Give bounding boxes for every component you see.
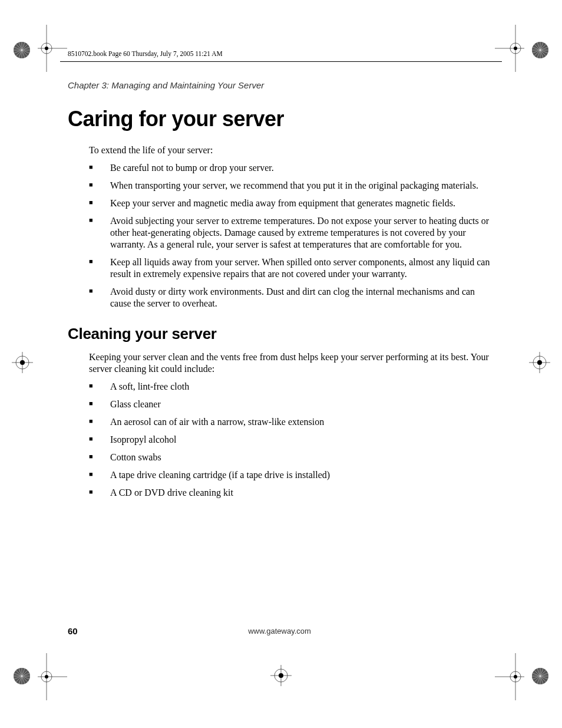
list-item: Avoid dusty or dirty work environments. … bbox=[89, 286, 491, 309]
svg-point-15 bbox=[510, 43, 521, 54]
svg-line-40 bbox=[14, 673, 29, 679]
svg-line-62 bbox=[537, 668, 543, 684]
registration-radial-icon bbox=[530, 666, 550, 686]
svg-point-11 bbox=[41, 43, 52, 54]
registration-radial-icon bbox=[12, 666, 32, 686]
crop-mark-icon bbox=[38, 653, 67, 700]
list-item: An aerosol can of air with a narrow, str… bbox=[89, 416, 491, 428]
svg-point-53 bbox=[510, 671, 521, 682]
care-list: Be careful not to bump or drop your serv… bbox=[89, 162, 491, 309]
svg-point-34 bbox=[14, 668, 30, 684]
crop-crosshair-icon bbox=[529, 352, 550, 373]
svg-point-54 bbox=[514, 675, 517, 678]
svg-line-24 bbox=[537, 42, 543, 58]
svg-line-20 bbox=[534, 44, 546, 56]
svg-line-3 bbox=[16, 44, 28, 56]
svg-point-45 bbox=[41, 671, 52, 682]
svg-point-29 bbox=[20, 360, 25, 365]
svg-line-21 bbox=[534, 44, 546, 56]
svg-line-60 bbox=[533, 673, 548, 679]
svg-point-17 bbox=[532, 42, 548, 58]
svg-point-16 bbox=[514, 47, 517, 50]
svg-line-5 bbox=[14, 47, 29, 53]
list-item: Be careful not to bump or drop your serv… bbox=[89, 162, 491, 174]
svg-point-32 bbox=[533, 356, 546, 369]
svg-line-58 bbox=[534, 670, 546, 682]
list-item: Cotton swabs bbox=[89, 452, 491, 463]
crop-mark-icon bbox=[495, 25, 524, 72]
svg-point-0 bbox=[14, 42, 30, 58]
registration-radial-icon bbox=[530, 40, 550, 60]
svg-point-55 bbox=[532, 668, 548, 684]
svg-line-63 bbox=[537, 668, 543, 684]
meta-rule bbox=[60, 61, 502, 62]
framemaker-meta: 8510702.book Page 60 Thursday, July 7, 2… bbox=[68, 50, 223, 57]
list-item: Avoid subjecting your server to extreme … bbox=[89, 215, 491, 251]
heading-2: Cleaning your server bbox=[68, 325, 491, 343]
svg-point-50 bbox=[279, 673, 283, 678]
list-item: A soft, lint-free cloth bbox=[89, 381, 491, 393]
svg-line-39 bbox=[14, 673, 29, 679]
heading-1: Caring for your server bbox=[68, 107, 491, 131]
chapter-heading: Chapter 3: Managing and Maintaining Your… bbox=[68, 80, 491, 90]
page-content: Chapter 3: Managing and Maintaining Your… bbox=[68, 80, 491, 505]
svg-line-6 bbox=[14, 47, 29, 53]
intro-paragraph: Keeping your server clean and the vents … bbox=[89, 351, 491, 375]
svg-line-38 bbox=[16, 670, 28, 682]
list-item: A tape drive cleaning cartridge (if a ta… bbox=[89, 469, 491, 481]
svg-line-59 bbox=[534, 670, 546, 682]
crop-mark-icon bbox=[38, 25, 67, 72]
svg-line-8 bbox=[19, 42, 25, 58]
list-item: Keep all liquids away from your server. … bbox=[89, 256, 491, 280]
footer-url: www.gateway.com bbox=[68, 627, 491, 635]
svg-line-37 bbox=[16, 670, 28, 682]
page: 8510702.book Page 60 Thursday, July 7, 2… bbox=[0, 0, 562, 728]
svg-line-25 bbox=[537, 42, 543, 58]
svg-point-49 bbox=[275, 669, 287, 682]
list-item: When transporting your server, we recomm… bbox=[89, 180, 491, 192]
svg-point-46 bbox=[45, 675, 48, 678]
crop-crosshair-icon bbox=[270, 665, 292, 686]
crop-crosshair-icon bbox=[12, 352, 33, 373]
intro-paragraph: To extend the life of your server: bbox=[89, 144, 491, 156]
list-item: Glass cleaner bbox=[89, 398, 491, 410]
cleaning-list: A soft, lint-free cloth Glass cleaner An… bbox=[89, 381, 491, 499]
list-item: Keep your server and magnetic media away… bbox=[89, 197, 491, 209]
svg-line-22 bbox=[533, 47, 548, 53]
svg-line-61 bbox=[533, 673, 548, 679]
page-footer: 60 www.gateway.com bbox=[68, 626, 491, 637]
registration-radial-icon bbox=[12, 40, 32, 60]
svg-line-23 bbox=[533, 47, 548, 53]
svg-line-41 bbox=[19, 668, 25, 684]
svg-line-42 bbox=[19, 668, 25, 684]
list-item: Isopropyl alcohol bbox=[89, 434, 491, 446]
svg-point-33 bbox=[537, 360, 542, 365]
list-item: A CD or DVD drive cleaning kit bbox=[89, 487, 491, 499]
svg-point-28 bbox=[16, 356, 29, 369]
svg-line-7 bbox=[19, 42, 25, 58]
crop-mark-icon bbox=[495, 653, 524, 700]
svg-line-4 bbox=[16, 44, 28, 56]
svg-point-12 bbox=[45, 47, 48, 50]
